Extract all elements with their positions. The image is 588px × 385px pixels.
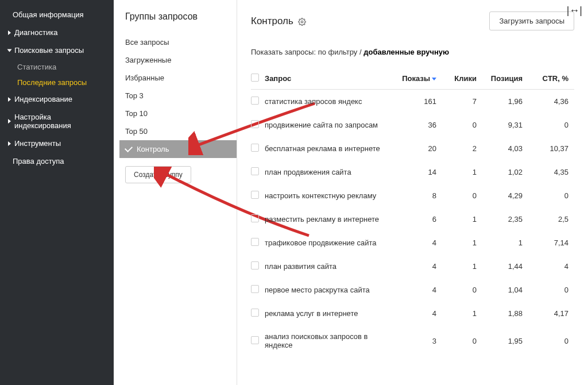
group-control[interactable]: Контроль bbox=[119, 140, 237, 158]
create-group-button[interactable]: Создать группу bbox=[125, 166, 191, 183]
group-favorites[interactable]: Избранные bbox=[119, 69, 237, 87]
table-row: реклама услуг в интернете411,884,17 bbox=[251, 302, 574, 325]
group-list: Все запросы Загруженные Избранные Top 3 … bbox=[125, 33, 231, 158]
caret-icon bbox=[8, 30, 11, 35]
cell-clicks: 0 bbox=[442, 191, 482, 200]
group-top10[interactable]: Top 10 bbox=[119, 105, 237, 122]
cell-query: настроить контекстную рекламу bbox=[265, 191, 396, 200]
cell-shows: 4 bbox=[396, 238, 442, 247]
cell-position: 1,02 bbox=[482, 168, 528, 176]
table-header: Запрос Показы Клики Позиция CTR, % bbox=[251, 68, 574, 90]
check-icon bbox=[125, 144, 133, 152]
expand-icon[interactable]: |↔| bbox=[567, 5, 582, 17]
caret-down-icon bbox=[7, 49, 12, 52]
nav-search-queries[interactable]: Поисковые запросы bbox=[0, 41, 114, 59]
row-checkbox[interactable] bbox=[251, 309, 259, 317]
cell-position: 9,31 bbox=[482, 121, 528, 129]
cell-clicks: 1 bbox=[442, 309, 482, 318]
cell-ctr: 4 bbox=[528, 262, 574, 271]
nav-access-rights[interactable]: Права доступа bbox=[0, 152, 114, 170]
cell-shows: 20 bbox=[396, 144, 442, 153]
row-checkbox[interactable] bbox=[251, 261, 259, 270]
row-checkbox[interactable] bbox=[251, 144, 259, 152]
select-all-checkbox[interactable] bbox=[251, 74, 259, 82]
nav-indexing[interactable]: Индексирование bbox=[0, 90, 114, 108]
nav-tools[interactable]: Инструменты bbox=[0, 134, 114, 152]
cell-query: реклама услуг в интернете bbox=[265, 309, 396, 318]
table-row: продвижение сайта по запросам3609,310 bbox=[251, 113, 574, 137]
nav-general-info[interactable]: Общая информация bbox=[0, 6, 114, 24]
col-position[interactable]: Позиция bbox=[482, 74, 528, 83]
cell-position: 2,35 bbox=[482, 215, 528, 224]
row-checkbox[interactable] bbox=[251, 191, 259, 199]
filter-manual-link[interactable]: добавленные вручную bbox=[363, 48, 449, 56]
cell-position: 1,95 bbox=[482, 337, 528, 345]
cell-query: трафиковое продвижение сайта bbox=[265, 238, 396, 247]
cell-clicks: 2 bbox=[442, 144, 482, 153]
gear-icon[interactable] bbox=[298, 17, 306, 25]
group-all[interactable]: Все запросы bbox=[119, 33, 237, 51]
cell-query: план развития сайта bbox=[265, 262, 396, 271]
cell-clicks: 1 bbox=[442, 215, 482, 224]
table-body: статистика запросов яндекс16171,964,36пр… bbox=[251, 90, 574, 356]
cell-query: первое место раскрутка сайта bbox=[265, 286, 396, 294]
group-top3[interactable]: Top 3 bbox=[119, 87, 237, 105]
cell-clicks: 1 bbox=[442, 168, 482, 176]
col-clicks[interactable]: Клики bbox=[442, 74, 482, 83]
row-checkbox[interactable] bbox=[251, 167, 259, 175]
groups-panel: Группы запросов Все запросы Загруженные … bbox=[114, 0, 237, 385]
cell-ctr: 0 bbox=[528, 191, 574, 200]
cell-shows: 4 bbox=[396, 262, 442, 271]
table-row: анализ поисковых запросов в яндексе301,9… bbox=[251, 325, 574, 356]
col-query[interactable]: Запрос bbox=[265, 74, 396, 83]
cell-query: план продвижения сайта bbox=[265, 168, 396, 176]
cell-shows: 36 bbox=[396, 121, 442, 129]
table-row: план развития сайта411,444 bbox=[251, 255, 574, 278]
cell-position: 4,03 bbox=[482, 144, 528, 153]
table-row: план продвижения сайта1411,024,35 bbox=[251, 160, 574, 184]
nav-sub-recent-queries[interactable]: Последние запросы bbox=[0, 75, 114, 90]
nav-diagnostics[interactable]: Диагностика bbox=[0, 24, 114, 41]
caret-icon bbox=[8, 97, 11, 102]
cell-clicks: 0 bbox=[442, 286, 482, 294]
cell-ctr: 10,37 bbox=[528, 144, 574, 153]
col-shows[interactable]: Показы bbox=[396, 74, 442, 83]
cell-position: 1,96 bbox=[482, 97, 528, 106]
cell-ctr: 0 bbox=[528, 286, 574, 294]
row-checkbox[interactable] bbox=[251, 336, 259, 344]
col-ctr[interactable]: CTR, % bbox=[528, 74, 574, 83]
nav-sub-statistics[interactable]: Статистика bbox=[0, 59, 114, 75]
row-checkbox[interactable] bbox=[251, 285, 259, 293]
cell-clicks: 0 bbox=[442, 121, 482, 129]
cell-ctr: 7,14 bbox=[528, 238, 574, 247]
group-top50[interactable]: Top 50 bbox=[119, 122, 237, 140]
row-checkbox[interactable] bbox=[251, 97, 259, 105]
cell-shows: 6 bbox=[396, 215, 442, 224]
group-loaded[interactable]: Загруженные bbox=[119, 51, 237, 69]
table-row: статистика запросов яндекс16171,964,36 bbox=[251, 90, 574, 113]
sort-desc-icon bbox=[432, 78, 436, 80]
cell-ctr: 4,17 bbox=[528, 309, 574, 318]
row-checkbox[interactable] bbox=[251, 214, 259, 222]
cell-query: статистика запросов яндекс bbox=[265, 97, 396, 106]
groups-title: Группы запросов bbox=[125, 11, 231, 22]
cell-position: 1,88 bbox=[482, 309, 528, 318]
table-row: бесплатная реклама в интернете2024,0310,… bbox=[251, 137, 574, 160]
load-queries-button[interactable]: Загрузить запросы bbox=[489, 11, 574, 30]
cell-clicks: 1 bbox=[442, 262, 482, 271]
cell-ctr: 0 bbox=[528, 121, 574, 129]
table-row: трафиковое продвижение сайта4117,14 bbox=[251, 231, 574, 255]
row-checkbox[interactable] bbox=[251, 120, 259, 128]
filter-by-filter-link[interactable]: по фильтру bbox=[318, 48, 358, 56]
cell-position: 4,29 bbox=[482, 191, 528, 200]
cell-ctr: 4,35 bbox=[528, 168, 574, 176]
caret-icon bbox=[8, 119, 11, 124]
cell-clicks: 1 bbox=[442, 238, 482, 247]
cell-shows: 8 bbox=[396, 191, 442, 200]
row-checkbox[interactable] bbox=[251, 238, 259, 246]
cell-ctr: 0 bbox=[528, 337, 574, 345]
nav-indexing-settings[interactable]: Настройка индексирования bbox=[0, 108, 114, 134]
cell-shows: 161 bbox=[396, 97, 442, 106]
cell-query: бесплатная реклама в интернете bbox=[265, 144, 396, 153]
cell-position: 1,44 bbox=[482, 262, 528, 271]
